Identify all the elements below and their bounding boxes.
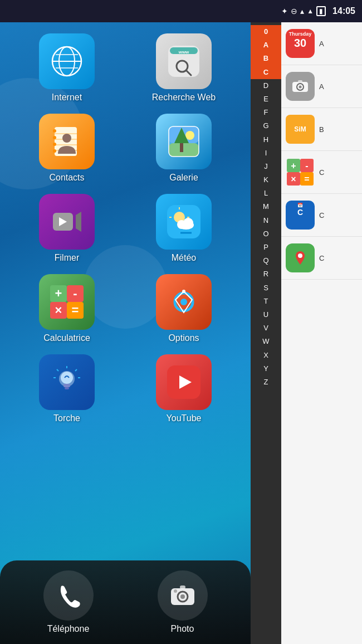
cal2-icon: 📅 C: [286, 201, 315, 230]
svg-text:=: =: [72, 303, 79, 317]
homescreen: Internet www Recherche Web: [0, 22, 251, 644]
galerie-svg: [167, 124, 201, 159]
app-youtube[interactable]: YouTube: [128, 354, 239, 423]
alpha-K[interactable]: K: [251, 173, 281, 187]
options-icon: [156, 274, 212, 330]
right-app-calc2[interactable]: + - × = C: [281, 151, 362, 194]
status-bar: ✦ ⊖ ▴ ▲ ▮ 14:05: [0, 0, 362, 22]
alpha-Y[interactable]: Y: [251, 362, 281, 375]
filmer-label: Filmer: [55, 253, 79, 263]
calendar-label: A: [319, 40, 324, 48]
calc2-svg: + - × =: [287, 159, 314, 186]
alpha-Q[interactable]: Q: [251, 254, 281, 267]
alpha-E[interactable]: E: [251, 92, 281, 106]
alpha-T[interactable]: T: [251, 295, 281, 308]
battery-icon: ▮: [316, 6, 326, 16]
app-grid: Internet www Recherche Web: [0, 28, 251, 429]
alpha-M[interactable]: M: [251, 200, 281, 213]
wifi-icon: ▴: [300, 7, 304, 16]
app-galerie[interactable]: Galerie: [128, 114, 239, 183]
camera2-icon: [286, 72, 315, 101]
svg-text:×: ×: [55, 303, 62, 317]
options-svg: [168, 286, 200, 318]
svg-text:-: -: [73, 286, 77, 300]
calc-label: Calculatrice: [43, 333, 90, 343]
alpha-L[interactable]: L: [251, 187, 281, 200]
torche-svg: [50, 365, 84, 399]
torche-label: Torche: [53, 413, 80, 423]
phone-svg: [55, 582, 82, 609]
status-icons: ✦ ⊖ ▴ ▲ ▮: [281, 6, 326, 16]
svg-rect-53: [65, 387, 69, 389]
alpha-W[interactable]: W: [251, 335, 281, 348]
sim-icon: SiM: [286, 115, 315, 144]
alpha-G[interactable]: G: [251, 119, 281, 133]
app-recherche-web[interactable]: www Recherche Web: [128, 33, 239, 103]
svg-rect-17: [53, 136, 56, 139]
right-app-maps[interactable]: C: [281, 237, 362, 280]
photo-icon: [158, 570, 208, 621]
svg-line-55: [75, 369, 77, 371]
svg-rect-18: [53, 143, 56, 146]
alpha-J[interactable]: J: [251, 160, 281, 173]
alpha-X[interactable]: X: [251, 349, 281, 362]
svg-text:+: +: [291, 161, 296, 170]
calc-svg: + - × =: [50, 285, 84, 319]
alpha-Z[interactable]: Z: [251, 375, 281, 389]
alpha-V[interactable]: V: [251, 321, 281, 335]
photo-label: Photo: [171, 624, 194, 634]
alpha-D[interactable]: D: [251, 79, 281, 92]
meteo-icon: [156, 194, 212, 250]
right-app-cal2[interactable]: 📅 C C: [281, 194, 362, 237]
app-filmer[interactable]: Filmer: [11, 194, 123, 263]
meteo-svg: [167, 205, 200, 238]
alpha-C[interactable]: C: [251, 66, 281, 79]
alpha-N[interactable]: N: [251, 214, 281, 227]
internet-globe-svg: [50, 45, 84, 78]
dock-photo[interactable]: Photo: [158, 570, 208, 634]
alpha-P[interactable]: P: [251, 241, 281, 254]
app-meteo[interactable]: Météo: [128, 194, 239, 263]
svg-text:+: +: [55, 286, 62, 300]
youtube-svg: [167, 365, 200, 399]
dock-telephone[interactable]: Téléphone: [43, 570, 94, 634]
svg-marker-27: [76, 212, 81, 232]
alphabet-sidebar: 0 A B C D E F G H I J K L M N O P Q R S …: [251, 22, 281, 644]
right-app-camera[interactable]: A: [281, 65, 362, 108]
alpha-S[interactable]: S: [251, 281, 281, 295]
contacts-svg: [50, 125, 84, 158]
alpha-0[interactable]: 0: [251, 25, 281, 38]
maps-label: C: [319, 254, 324, 262]
right-app-calendar[interactable]: Thursday 30 A: [281, 22, 362, 65]
app-options[interactable]: Options: [128, 274, 239, 343]
svg-text:-: -: [305, 161, 308, 170]
svg-point-15: [62, 134, 71, 143]
internet-label: Internet: [52, 92, 82, 103]
svg-point-48: [180, 299, 187, 305]
alpha-I[interactable]: I: [251, 147, 281, 160]
torche-icon: [39, 354, 95, 410]
alpha-H[interactable]: H: [251, 133, 281, 147]
dock: Téléphone Photo: [0, 560, 251, 644]
app-torche[interactable]: Torche: [11, 354, 123, 423]
right-app-sim[interactable]: SiM B: [281, 108, 362, 151]
app-internet[interactable]: Internet: [11, 33, 123, 103]
alpha-O[interactable]: O: [251, 227, 281, 241]
options-label: Options: [168, 333, 199, 343]
maps-icon: [286, 243, 315, 272]
svg-point-68: [299, 86, 302, 89]
svg-text:×: ×: [291, 174, 296, 184]
alpha-A[interactable]: A: [251, 38, 281, 52]
svg-rect-16: [53, 129, 56, 133]
alpha-U[interactable]: U: [251, 308, 281, 321]
sim-label: B: [319, 125, 324, 134]
right-panel-app-drawer: Thursday 30 A A SiM B +: [281, 22, 362, 644]
app-contacts[interactable]: Contacts: [11, 114, 123, 183]
alpha-B[interactable]: B: [251, 52, 281, 65]
app-calculatrice[interactable]: + - × = Calculatrice: [11, 274, 123, 343]
meteo-label: Météo: [172, 253, 196, 263]
calendar-icon: Thursday 30: [286, 29, 315, 58]
alpha-F[interactable]: F: [251, 106, 281, 119]
alpha-R[interactable]: R: [251, 267, 281, 281]
youtube-label: YouTube: [167, 413, 202, 423]
